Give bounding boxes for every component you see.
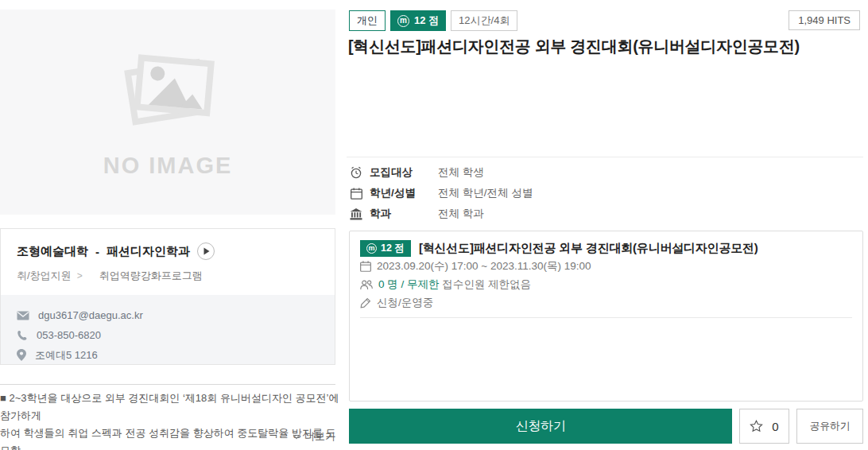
info-row-grade-gender: 학년/성별 전체 학년/전체 성별	[349, 183, 533, 204]
department-name: 패션디자인학과	[107, 244, 190, 259]
capacity-count: 0 명 / 무제한	[378, 278, 440, 290]
location-pin-icon	[17, 349, 26, 361]
phone-icon	[17, 330, 28, 341]
college-name: 조형예술대학	[17, 244, 88, 259]
college-department-separator: -	[95, 245, 99, 258]
mileage-icon: m	[397, 15, 409, 27]
organization-card: 조형예술대학 - 패션디자인학과 취/창업지원 > 취업역량강화프로그램	[0, 228, 335, 365]
session-title: [혁신선도]패션디자인전공 외부 경진대회(유니버설디자인공모전)	[419, 241, 758, 256]
share-button[interactable]: 공유하기	[796, 409, 863, 444]
contact-info: dgu3617@daegu.ac.kr 053-850-6820 조예대5	[1, 295, 335, 364]
info-row-target: 모집대상 전체 학생	[349, 162, 533, 183]
favorite-button[interactable]: 0	[739, 409, 789, 444]
university-icon	[349, 208, 363, 220]
action-buttons: 신청하기 0 공유하기	[349, 409, 863, 444]
session-detail-card: m 12 점 [혁신선도]패션디자인전공 외부 경진대회(유니버설디자인공모전)…	[349, 231, 863, 402]
expand-department-button[interactable]	[197, 242, 215, 260]
capacity-note: 접수인원 제한없음	[442, 278, 531, 290]
info-row-department: 학과 전체 학과	[349, 204, 533, 224]
header-badges: 개인 m 12 점 12시간/4회	[349, 10, 517, 31]
apply-button[interactable]: 신청하기	[349, 409, 732, 444]
contact-email-row: dgu3617@daegu.ac.kr	[17, 305, 319, 325]
session-points-label: 12 점	[381, 242, 405, 255]
play-icon	[203, 247, 210, 255]
description-divider	[0, 384, 335, 385]
info-value: 전체 학생	[438, 165, 484, 180]
info-section-divider	[347, 157, 863, 157]
info-label: 학년/성별	[370, 186, 438, 200]
calendar-icon	[349, 188, 363, 200]
info-value: 전체 학년/전체 성별	[438, 186, 533, 200]
info-label: 학과	[370, 207, 438, 221]
contact-location-row: 조예대5 1216	[17, 345, 319, 365]
show-more-label: 더보기	[304, 429, 335, 444]
calendar-icon	[360, 261, 371, 272]
people-icon	[360, 280, 373, 290]
contact-location: 조예대5 1216	[35, 348, 98, 363]
show-more-link[interactable]: 더보기	[0, 429, 335, 444]
page-title: [혁신선도]패션디자인전공 외부 경진대회(유니버설디자인공모전)	[348, 36, 857, 57]
session-period: 2023.09.20(수) 17:00 ~ 2023.11.30(목) 19:0…	[377, 259, 591, 273]
mileage-icon: m	[366, 243, 377, 254]
session-card-divider	[360, 317, 852, 318]
email-icon	[17, 311, 29, 320]
info-label: 모집대상	[370, 165, 438, 180]
program-category[interactable]: 취/창업지원	[17, 269, 72, 283]
hits-counter: 1,949 HITS	[789, 10, 860, 30]
contact-phone: 053-850-6820	[37, 329, 101, 341]
photos-icon	[115, 46, 220, 132]
badge-mileage-points: m 12 점	[390, 10, 446, 31]
no-image-label: NO IMAGE	[103, 153, 233, 179]
star-icon	[750, 420, 763, 433]
chevron-down-icon	[293, 434, 300, 440]
info-value: 전체 학과	[438, 207, 484, 221]
session-capacity-row: 0 명 / 무제한 접수인원 제한없음	[360, 276, 852, 293]
chevron-right-icon: >	[77, 270, 83, 281]
session-period-row: 2023.09.20(수) 17:00 ~ 2023.11.30(목) 19:0…	[360, 258, 852, 275]
alarm-clock-icon	[349, 166, 363, 179]
no-image-placeholder: NO IMAGE	[0, 10, 335, 215]
contact-email: dgu3617@daegu.ac.kr	[38, 309, 143, 321]
session-status-row: 신청/운영중	[360, 294, 852, 312]
badge-personal: 개인	[349, 10, 386, 31]
session-status: 신청/운영중	[377, 296, 433, 310]
badge-duration: 12시간/4회	[451, 10, 517, 31]
session-points-badge: m 12 점	[360, 240, 411, 257]
contact-phone-row: 053-850-6820	[17, 325, 319, 345]
program-type: 취업역량강화프로그램	[99, 269, 203, 283]
favorite-count: 0	[772, 420, 778, 433]
pen-icon	[360, 297, 371, 308]
left-panel: NO IMAGE 조형예술대학 - 패션디자인학과 취/창업지원 > 취업역	[0, 0, 335, 450]
badge-points-label: 12 점	[414, 14, 439, 28]
program-info-list: 모집대상 전체 학생 학년/성별 전체 학년/전체 성별 학과	[349, 162, 533, 224]
description-line: ■ 2~3학년을 대상으로 외부 경진대회인 ‘제18회 유니버설디자인 공모전…	[0, 390, 342, 425]
